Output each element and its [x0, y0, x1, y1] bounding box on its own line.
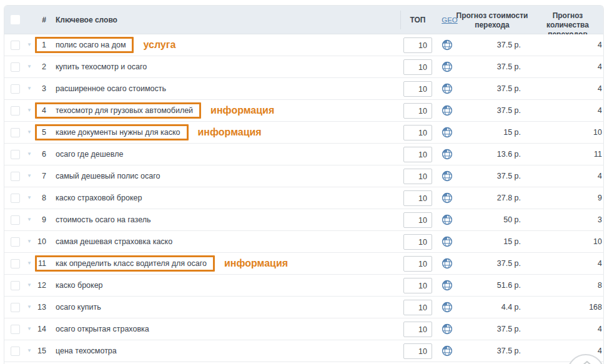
row-checkbox[interactable] [11, 281, 20, 290]
row-checkbox[interactable] [11, 194, 20, 203]
keyword-annotation-box: 15 цена техосмотра [35, 343, 125, 359]
row-number: 3 [37, 84, 46, 93]
cost-forecast-value: 37.5 р. [442, 172, 521, 180]
row-number: 9 [37, 215, 46, 224]
annotation-label: информация [224, 258, 288, 269]
keyword-annotation-box: 12 каско брокер [35, 277, 111, 293]
top-input[interactable] [403, 234, 432, 250]
top-input[interactable] [403, 103, 432, 119]
keyword-annotation-box: 3 расширенное осаго стоимость [35, 81, 174, 97]
caret-down-icon[interactable]: ▼ [27, 327, 33, 332]
count-forecast-value: 10 [535, 237, 602, 246]
row-number: 6 [37, 150, 46, 159]
table-row: ▼ 5 какие документы нужны для каско инфо… [4, 122, 603, 144]
caret-down-icon[interactable]: ▼ [27, 130, 33, 135]
keyword-text: осаго открытая страховка [56, 325, 149, 333]
table-row: ▼ 11 как определить класс водителя для о… [4, 253, 603, 275]
keyword-text: техосмотр для грузовых автомобилей [56, 106, 193, 115]
cost-forecast-value: 37.5 р. [442, 347, 521, 355]
row-checkbox[interactable] [11, 347, 20, 356]
table-row: ▼ 9 стоимость осаго на газель 50 р. 3 [4, 209, 603, 231]
keyword-text: как определить класс водителя для осаго [56, 259, 207, 268]
count-forecast-value: 8 [535, 281, 602, 290]
keyword-annotation-box: 1 полис осаго на дом [35, 37, 134, 53]
caret-down-icon[interactable]: ▼ [27, 305, 33, 310]
keyword-annotation-box: 9 стоимость осаго на газель [35, 212, 159, 228]
caret-down-icon[interactable]: ▼ [27, 42, 33, 47]
caret-down-icon[interactable]: ▼ [27, 283, 33, 288]
keyword-text: самая дешевая страховка каско [56, 237, 172, 246]
row-checkbox[interactable] [11, 150, 20, 159]
caret-down-icon[interactable]: ▼ [27, 152, 33, 157]
top-input[interactable] [403, 81, 432, 97]
top-input[interactable] [403, 147, 432, 162]
caret-down-icon[interactable]: ▼ [27, 195, 33, 200]
top-input[interactable] [403, 169, 432, 184]
table-body: ▼ 1 полис осаго на дом услуга 37.5 р. 4 … [4, 34, 603, 362]
table-row: ▼ 1 полис осаго на дом услуга 37.5 р. 4 [4, 34, 603, 56]
caret-down-icon[interactable]: ▼ [27, 239, 33, 244]
cost-forecast-value: 37.5 р. [442, 62, 521, 71]
chevron-up-icon [580, 360, 594, 364]
cost-forecast-value: 4.4 р. [442, 303, 521, 312]
top-input[interactable] [403, 37, 432, 53]
table-row: ▼ 7 самый дешевый полис осаго 37.5 р. 4 [4, 165, 603, 187]
row-number: 5 [37, 128, 46, 137]
row-number: 4 [37, 106, 46, 115]
cost-forecast-value: 37.5 р. [442, 84, 521, 93]
caret-down-icon[interactable]: ▼ [27, 108, 33, 113]
count-forecast-value: 3 [535, 215, 602, 224]
keyword-text: купить техосмотр и осаго [56, 62, 147, 71]
keyword-annotation-box: 5 какие документы нужны для каско [35, 124, 189, 140]
row-checkbox[interactable] [11, 303, 20, 312]
keyword-text: каско брокер [56, 281, 103, 290]
top-input[interactable] [403, 190, 432, 206]
table-row: ▼ 8 каско страховой брокер 27.8 р. 9 [4, 187, 603, 209]
row-checkbox[interactable] [11, 325, 20, 334]
caret-down-icon[interactable]: ▼ [27, 86, 33, 91]
cost-forecast-value: 50 р. [442, 215, 521, 224]
row-checkbox[interactable] [11, 128, 20, 137]
keyword-text: осаго где дешевле [56, 150, 123, 159]
keyword-annotation-box: 4 техосмотр для грузовых автомобилей [35, 102, 201, 119]
caret-down-icon[interactable]: ▼ [27, 261, 33, 266]
caret-down-icon[interactable]: ▼ [27, 217, 33, 222]
row-number: 11 [37, 259, 46, 268]
count-forecast-value: 9 [535, 194, 602, 202]
table-row: ▼ 6 осаго где дешевле 13.6 р. 11 [4, 144, 603, 165]
caret-down-icon[interactable]: ▼ [27, 64, 33, 69]
top-input[interactable] [403, 300, 432, 315]
keyword-annotation-box: 7 самый дешевый полис осаго [35, 168, 168, 184]
row-checkbox[interactable] [11, 172, 20, 181]
top-input[interactable] [403, 212, 432, 228]
top-input[interactable] [403, 59, 432, 75]
row-checkbox[interactable] [11, 84, 20, 94]
row-checkbox[interactable] [11, 259, 20, 268]
top-input[interactable] [403, 278, 432, 293]
keyword-text: какие документы нужны для каско [56, 128, 180, 137]
row-checkbox[interactable] [11, 106, 20, 116]
row-number: 2 [37, 62, 46, 71]
cost-forecast-value: 37.5 р. [442, 106, 521, 115]
keyword-annotation-box: 10 самая дешевая страховка каско [35, 234, 180, 250]
row-number: 13 [37, 303, 46, 312]
row-checkbox[interactable] [11, 215, 20, 225]
table-row: ▼ 13 осаго купить 4.4 р. 168 [4, 297, 603, 318]
keyword-annotation-box: 2 купить техосмотр и осаго [35, 59, 155, 75]
annotation-label: информация [210, 105, 274, 116]
count-forecast-value: 4 [535, 347, 602, 355]
keyword-text: осаго купить [56, 303, 101, 312]
top-input[interactable] [403, 343, 432, 359]
top-input[interactable] [403, 256, 432, 272]
select-all-checkbox[interactable] [11, 15, 20, 24]
caret-down-icon[interactable]: ▼ [27, 174, 33, 179]
count-header-line1: Прогноз количества [531, 11, 605, 30]
top-input[interactable] [403, 125, 432, 140]
top-input[interactable] [403, 322, 432, 337]
count-forecast-value: 4 [535, 106, 602, 115]
row-checkbox[interactable] [11, 41, 20, 50]
row-checkbox[interactable] [11, 62, 20, 72]
caret-down-icon[interactable]: ▼ [27, 348, 33, 353]
count-forecast-value: 168 [535, 303, 602, 312]
row-checkbox[interactable] [11, 237, 20, 247]
